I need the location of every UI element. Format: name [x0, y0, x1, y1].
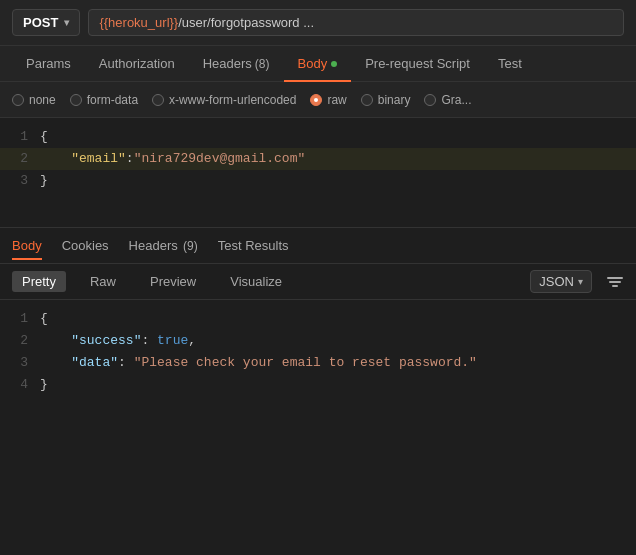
tab-authorization[interactable]: Authorization	[85, 46, 189, 82]
url-heroku: {{heroku_url}}	[99, 15, 178, 30]
option-form-data[interactable]: form-data	[70, 93, 138, 107]
option-urlencoded[interactable]: x-www-form-urlencoded	[152, 93, 296, 107]
response-tabs: Body Cookies Headers (9) Test Results	[0, 228, 636, 264]
format-row: Pretty Raw Preview Visualize JSON ▾	[0, 264, 636, 300]
url-path: /user/forgotpassword ...	[178, 15, 314, 30]
format-raw[interactable]: Raw	[80, 271, 126, 292]
radio-binary	[361, 94, 373, 106]
resp-tab-cookies[interactable]: Cookies	[62, 232, 109, 259]
response-body-editor: 1 { 2 "success": true, 3 "data": "Please…	[0, 300, 636, 404]
option-graphql[interactable]: Gra...	[424, 93, 471, 107]
req-line-1: 1 {	[0, 126, 636, 148]
request-body-editor[interactable]: 1 { 2 "email":"nira729dev@gmail.com" 3 }	[0, 118, 636, 228]
radio-urlencoded	[152, 94, 164, 106]
method-label: POST	[23, 15, 58, 30]
tab-tests[interactable]: Test	[484, 46, 536, 82]
format-visualize[interactable]: Visualize	[220, 271, 292, 292]
format-preview[interactable]: Preview	[140, 271, 206, 292]
format-pretty[interactable]: Pretty	[12, 271, 66, 292]
radio-raw	[310, 94, 322, 106]
option-raw[interactable]: raw	[310, 93, 346, 107]
chevron-down-icon: ▾	[578, 276, 583, 287]
resp-tab-test-results[interactable]: Test Results	[218, 232, 289, 259]
resp-tab-headers[interactable]: Headers (9)	[129, 232, 198, 259]
json-format-select[interactable]: JSON ▾	[530, 270, 592, 293]
body-options: none form-data x-www-form-urlencoded raw…	[0, 82, 636, 118]
resp-line-2: 2 "success": true,	[0, 330, 636, 352]
tab-headers[interactable]: Headers (8)	[189, 46, 284, 82]
resp-line-1: 1 {	[0, 308, 636, 330]
body-dot-indicator	[331, 61, 337, 67]
top-bar: POST ▾ {{heroku_url}}/user/forgotpasswor…	[0, 0, 636, 46]
url-bar[interactable]: {{heroku_url}}/user/forgotpassword ...	[88, 9, 624, 36]
radio-form-data	[70, 94, 82, 106]
radio-graphql	[424, 94, 436, 106]
chevron-down-icon: ▾	[64, 17, 69, 28]
req-line-3: 3 }	[0, 170, 636, 192]
method-select[interactable]: POST ▾	[12, 9, 80, 36]
tab-pre-request[interactable]: Pre-request Script	[351, 46, 484, 82]
option-binary[interactable]: binary	[361, 93, 411, 107]
request-tabs: Params Authorization Headers (8) Body Pr…	[0, 46, 636, 82]
resp-line-3: 3 "data": "Please check your email to re…	[0, 352, 636, 374]
resp-line-4: 4 }	[0, 374, 636, 396]
tab-body[interactable]: Body	[284, 46, 352, 82]
resp-tab-body[interactable]: Body	[12, 232, 42, 259]
req-line-2: 2 "email":"nira729dev@gmail.com"	[0, 148, 636, 170]
filter-icon[interactable]	[606, 273, 624, 291]
option-none[interactable]: none	[12, 93, 56, 107]
tab-params[interactable]: Params	[12, 46, 85, 82]
radio-none	[12, 94, 24, 106]
